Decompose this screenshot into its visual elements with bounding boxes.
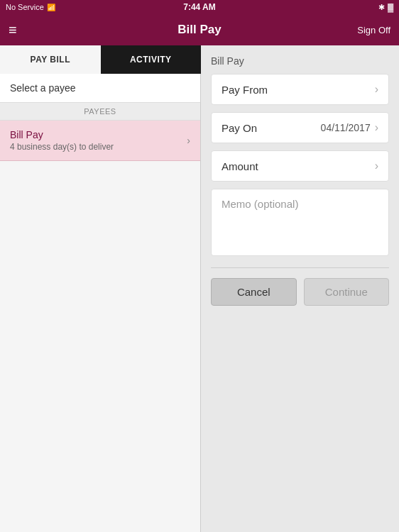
amount-label: Amount (222, 160, 258, 172)
payee-item[interactable]: Bill Pay 4 business day(s) to deliver › (0, 121, 200, 161)
left-panel: PAY BILL ACTIVITY Select a payee PAYEES … (0, 45, 201, 532)
payee-item-info: Bill Pay 4 business day(s) to deliver (10, 129, 114, 152)
amount-right: › (375, 160, 378, 172)
battery-icon: ▓ (388, 3, 393, 11)
payee-sub: 4 business day(s) to deliver (10, 142, 114, 152)
status-left: No Service 📶 (6, 3, 55, 11)
pay-on-field[interactable]: Pay On 04/11/2017 › (211, 112, 389, 143)
separator (211, 267, 389, 268)
bluetooth-icon: ✱ (378, 3, 385, 12)
select-payee-text: Select a payee (10, 82, 76, 94)
nav-bar: ≡ Bill Pay Sign Off (0, 14, 399, 45)
continue-button[interactable]: Continue (304, 278, 390, 306)
memo-field[interactable]: Memo (optional) (211, 189, 389, 256)
pay-from-right: › (375, 83, 378, 96)
hamburger-menu-button[interactable]: ≡ (9, 23, 17, 37)
tab-bar: PAY BILL ACTIVITY (0, 45, 201, 74)
pay-on-label: Pay On (222, 122, 257, 134)
button-row: Cancel Continue (211, 278, 389, 306)
cancel-button[interactable]: Cancel (211, 278, 297, 306)
signal-text: No Service (6, 3, 44, 11)
pay-from-label: Pay From (222, 84, 268, 96)
pay-from-chevron-icon: › (375, 83, 378, 96)
tab-pay-bill[interactable]: PAY BILL (0, 45, 101, 74)
main-layout: PAY BILL ACTIVITY Select a payee PAYEES … (0, 45, 399, 532)
status-time: 7:44 AM (183, 2, 216, 12)
payees-section-label: PAYEES (0, 103, 200, 121)
page-title: Bill Pay (177, 23, 221, 37)
pay-on-right: 04/11/2017 › (321, 121, 378, 134)
right-panel: Bill Pay Pay From › Pay On 04/11/2017 › … (201, 45, 399, 532)
status-bar: No Service 📶 7:44 AM ✱ ▓ (0, 0, 399, 14)
status-right: ✱ ▓ (378, 3, 393, 12)
pay-from-field[interactable]: Pay From › (211, 74, 389, 105)
payee-chevron-icon: › (187, 135, 190, 146)
pay-on-value: 04/11/2017 (321, 122, 371, 133)
amount-chevron-icon: › (375, 160, 378, 172)
payee-name: Bill Pay (10, 129, 114, 140)
select-payee-header: Select a payee (0, 74, 200, 103)
sign-off-button[interactable]: Sign Off (357, 25, 390, 35)
amount-field[interactable]: Amount › (211, 150, 389, 182)
tab-activity[interactable]: ACTIVITY (101, 45, 202, 74)
tab-pay-bill-label: PAY BILL (31, 55, 70, 65)
bill-pay-title: Bill Pay (211, 55, 389, 67)
tab-activity-label: ACTIVITY (130, 55, 172, 65)
wifi-icon: 📶 (47, 4, 55, 11)
pay-on-chevron-icon: › (375, 121, 378, 134)
memo-placeholder: Memo (optional) (222, 198, 298, 210)
